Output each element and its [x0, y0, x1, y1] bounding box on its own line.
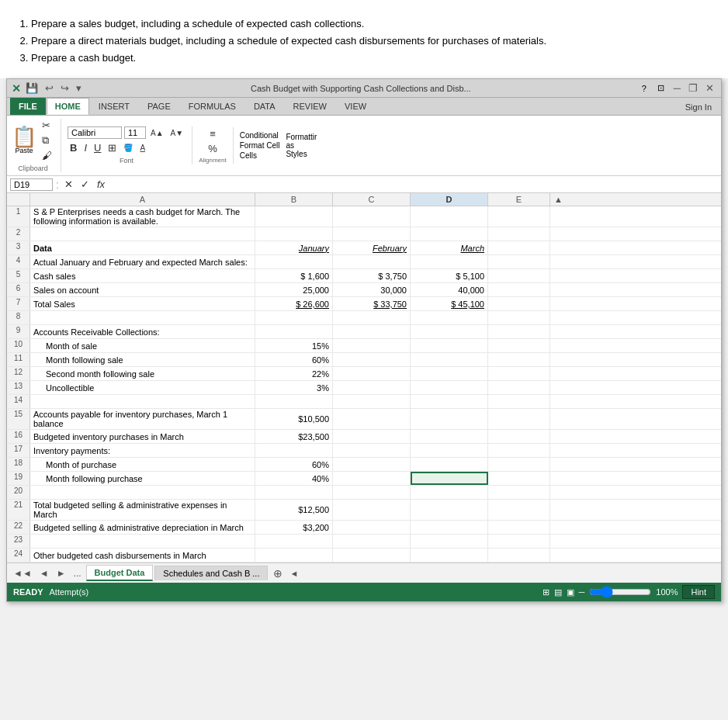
cell-d-3[interactable]: March: [411, 241, 488, 254]
customize-icon[interactable]: ▾: [74, 81, 84, 95]
cell-b-4[interactable]: [255, 255, 333, 268]
cell-a-16[interactable]: Budgeted inventory purchases in March: [30, 430, 255, 443]
cell-b-21[interactable]: $12,500: [255, 500, 333, 520]
cell-b-12[interactable]: 22%: [255, 367, 333, 380]
cell-d-24[interactable]: [411, 549, 488, 562]
cut-icon[interactable]: ✂: [40, 119, 54, 132]
undo-icon[interactable]: ↩: [43, 81, 56, 95]
cell-e-1[interactable]: [488, 206, 550, 227]
cell-c-18[interactable]: [333, 458, 411, 471]
cell-c-20[interactable]: [333, 486, 411, 499]
col-header-c[interactable]: C: [333, 193, 411, 206]
add-sheet-button[interactable]: ⊕: [269, 566, 286, 581]
cell-a-3[interactable]: Data: [30, 241, 255, 254]
close-button[interactable]: ✕: [703, 81, 716, 95]
col-header-e[interactable]: E: [488, 193, 550, 206]
cell-e-11[interactable]: [488, 353, 550, 366]
cell-d-7[interactable]: $ 45,100: [411, 297, 488, 310]
cell-e-18[interactable]: [488, 458, 550, 471]
cell-c-3[interactable]: February: [333, 241, 411, 254]
tab-file[interactable]: FILE: [10, 98, 46, 115]
cell-d-9[interactable]: [411, 325, 488, 338]
cell-a-2[interactable]: [30, 227, 255, 241]
copy-icon[interactable]: ⧉: [40, 133, 54, 147]
paste-button[interactable]: 📋 Paste: [12, 126, 36, 154]
cell-a-17[interactable]: Inventory payments:: [30, 444, 255, 457]
increase-font-icon[interactable]: A▲: [148, 128, 166, 138]
tab-nav-prev[interactable]: ◄: [36, 566, 52, 580]
col-header-a[interactable]: A: [30, 193, 255, 206]
cell-e-12[interactable]: [488, 367, 550, 380]
cell-c-24[interactable]: [333, 549, 411, 562]
font-color-button[interactable]: A: [137, 143, 147, 153]
decrease-font-icon[interactable]: A▼: [168, 128, 186, 138]
cell-c-23[interactable]: [333, 535, 411, 548]
cell-a-10[interactable]: Month of sale: [30, 339, 255, 352]
cell-e-4[interactable]: [488, 255, 550, 268]
cell-d-11[interactable]: [411, 353, 488, 366]
cell-a-6[interactable]: Sales on account: [30, 283, 255, 296]
cell-e-8[interactable]: [488, 311, 550, 324]
tab-home[interactable]: HOME: [47, 98, 89, 115]
cell-b-22[interactable]: $3,200: [255, 521, 333, 534]
cell-a-7[interactable]: Total Sales: [30, 297, 255, 310]
sheet-tab-budget-data[interactable]: Budget Data: [86, 565, 154, 581]
tab-review[interactable]: REVIEW: [285, 98, 335, 115]
underline-button[interactable]: U: [92, 141, 103, 154]
confirm-formula-icon[interactable]: ✓: [78, 178, 92, 191]
cell-e-6[interactable]: [488, 283, 550, 296]
italic-button[interactable]: I: [81, 141, 89, 154]
cell-c-9[interactable]: [333, 325, 411, 338]
cell-d-18[interactable]: [411, 458, 488, 471]
cell-e-20[interactable]: [488, 486, 550, 499]
cell-c-2[interactable]: [333, 227, 411, 241]
cell-d-17[interactable]: [411, 444, 488, 457]
cell-d-21[interactable]: [411, 500, 488, 520]
cell-d-12[interactable]: [411, 367, 488, 380]
cell-d-20[interactable]: [411, 486, 488, 499]
cell-c-15[interactable]: [333, 409, 411, 429]
cell-b-6[interactable]: 25,000: [255, 283, 333, 296]
save-icon[interactable]: 💾: [23, 81, 40, 95]
cell-a-19[interactable]: Month following purchase: [30, 472, 255, 485]
tab-nav-first[interactable]: ◄◄: [10, 566, 35, 580]
cell-d-5[interactable]: $ 5,100: [411, 269, 488, 282]
cancel-formula-icon[interactable]: ✕: [62, 178, 75, 191]
cell-c-7[interactable]: $ 33,750: [333, 297, 411, 310]
cell-b-18[interactable]: 60%: [255, 458, 333, 471]
cell-a-18[interactable]: Month of purchase: [30, 458, 255, 471]
cell-b-23[interactable]: [255, 535, 333, 548]
cell-a-15[interactable]: Accounts payable for inventory purchases…: [30, 409, 255, 429]
tab-page[interactable]: PAGE: [139, 98, 179, 115]
cell-c-1[interactable]: [333, 206, 411, 227]
cell-d-6[interactable]: 40,000: [411, 283, 488, 296]
cell-c-8[interactable]: [333, 311, 411, 324]
hint-button[interactable]: Hint: [682, 585, 715, 599]
cell-a-1[interactable]: S & P Enterprises needs a cash budget fo…: [30, 206, 255, 227]
cell-a-5[interactable]: Cash sales: [30, 269, 255, 282]
cell-d-19[interactable]: [411, 472, 488, 485]
cell-a-21[interactable]: Total budgeted selling & administrative …: [30, 500, 255, 520]
cell-d-8[interactable]: [411, 311, 488, 324]
tab-data[interactable]: DATA: [245, 98, 284, 115]
cell-b-7[interactable]: $ 26,600: [255, 297, 333, 310]
cell-b-17[interactable]: [255, 444, 333, 457]
cell-a-4[interactable]: Actual January and February and expected…: [30, 255, 255, 268]
conditional-format-button[interactable]: Conditional: [240, 131, 280, 140]
cell-styles-button[interactable]: Cells: [240, 151, 280, 160]
cell-e-19[interactable]: [488, 472, 550, 485]
cell-a-11[interactable]: Month following sale: [30, 353, 255, 366]
font-size-input[interactable]: [124, 126, 146, 139]
cell-d-23[interactable]: [411, 535, 488, 548]
cell-e-15[interactable]: [488, 409, 550, 429]
cell-b-16[interactable]: $23,500: [255, 430, 333, 443]
cell-e-9[interactable]: [488, 325, 550, 338]
cell-c-5[interactable]: $ 3,750: [333, 269, 411, 282]
borders-button[interactable]: ⊞: [106, 141, 119, 154]
cell-b-19[interactable]: 40%: [255, 472, 333, 485]
cell-b-2[interactable]: [255, 227, 333, 241]
col-header-d[interactable]: D: [411, 193, 488, 206]
scroll-left-icon[interactable]: ◄: [289, 569, 298, 578]
zoom-slider[interactable]: [589, 586, 651, 598]
font-name-input[interactable]: [68, 126, 122, 139]
